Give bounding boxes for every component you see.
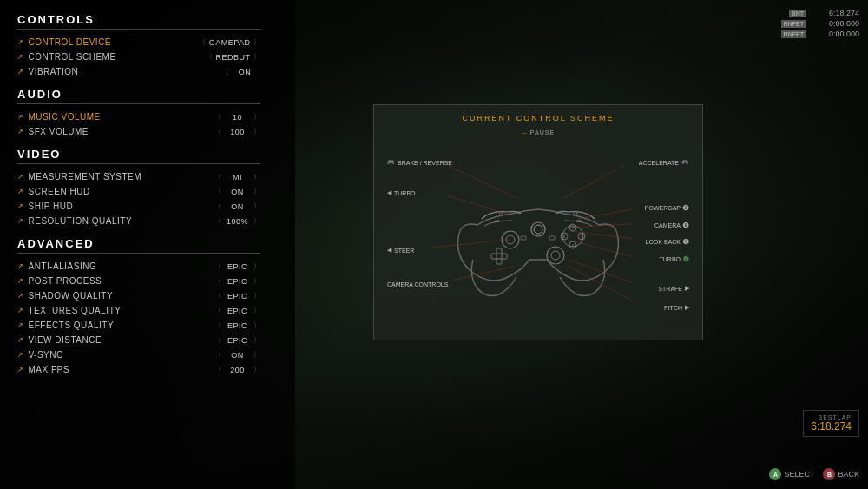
svg-text:LB: LB (496, 219, 500, 223)
accelerate-icon: 🎮 (681, 159, 689, 166)
setting-music-volume[interactable]: ↗ MUSIC VOLUME 〈 10 〉 (17, 109, 260, 124)
setting-label-ship-hud: SHIP HUD (29, 202, 74, 211)
setting-name-resolution: ↗ RESOLUTION QUALITY (17, 216, 214, 226)
bestlap-value: 6:18.274 (811, 420, 852, 433)
chevron-left-measurement: 〈 (214, 172, 222, 182)
chevron-left-screen-hud: 〈 (214, 187, 222, 196)
stat-row-bnt: BNT 6:18.274 (781, 9, 859, 17)
svg-text:RB: RB (576, 219, 582, 223)
strafe-icon: ▶ (685, 285, 689, 292)
label-look-back: LOOK BACK 🅧 (646, 239, 689, 245)
val-measurement: MI (225, 173, 251, 182)
controller-title: CURRENT CONTROL SCHEME (383, 114, 694, 122)
stat-row-rnfbt2: RNFBT 0:00.000 (781, 30, 859, 38)
chevron-right-screen-hud: 〉 (253, 187, 261, 196)
setting-sfx-volume[interactable]: ↗ SFX VOLUME 〈 100 〉 (17, 124, 260, 139)
label-steer: ◀ STEER (387, 247, 414, 254)
label-strafe: STRAFE ▶ (658, 285, 689, 292)
setting-post-process[interactable]: ↗ POST PROCESS 〈 Epic 〉 (17, 274, 260, 288)
setting-value-row-resolution: 〈 100% 〉 (214, 216, 260, 226)
setting-name-ship-hud: ↗ SHIP HUD (17, 202, 214, 211)
back-label: BACK (838, 470, 859, 479)
stat-value-rnfbt: 0:00.000 (812, 19, 859, 28)
val-ship-hud: ON (225, 202, 251, 211)
svg-text:LT: LT (499, 212, 503, 216)
setting-name-sfx-volume: ↗ SFX VOLUME (17, 127, 214, 136)
chevron-right-sfx-volume: 〉 (253, 127, 261, 136)
chevron-left-ship-hud: 〈 (214, 202, 222, 211)
label-turbo-l: ◀ TURBO (387, 189, 416, 196)
chevron-right-control-scheme: 〉 (253, 52, 261, 62)
stat-value-bnt: 6:18.274 (812, 9, 859, 17)
svg-point-5 (551, 251, 560, 260)
turbo-l-icon: ◀ (387, 189, 391, 196)
setting-ship-hud[interactable]: ↗ SHIP HUD 〈 ON 〉 (17, 199, 260, 214)
setting-value-row-measurement: 〈 MI 〉 (214, 172, 260, 182)
val-sfx-volume: 100 (225, 128, 251, 136)
setting-label-screen-hud: SCREEN HUD (29, 187, 90, 196)
setting-shadow-quality[interactable]: ↗ SHADOW QUALITY 〈 Epic 〉 (17, 288, 260, 303)
svg-point-3 (506, 235, 515, 244)
section-audio: AUDIO ↗ MUSIC VOLUME 〈 10 〉 ↗ SFX VOLUME… (17, 88, 260, 139)
stat-row-rnfbt: RNFBT 0:00.000 (781, 19, 859, 28)
setting-vibration[interactable]: ↗ VIBRATION 〈 ON (17, 64, 260, 79)
setting-value-row-control-scheme: 〈 REDBUT 〉 (206, 52, 260, 62)
setting-name-screen-hud: ↗ SCREEN HUD (17, 187, 214, 196)
chevron-left-sfx-volume: 〈 (214, 127, 222, 136)
setting-effects-quality[interactable]: ↗ EFFECTS QUALITY 〈 Epic 〉 (17, 318, 260, 333)
label-pitch: PITCH ▶ (664, 304, 689, 311)
setting-resolution[interactable]: ↗ RESOLUTION QUALITY 〈 100% 〉 (17, 214, 260, 228)
settings-panel: CONTROLS ↗ CONTROL DEVICE 〈 GAMEPAD 〉 ↗ … (0, 0, 278, 489)
chevron-right-control-device: 〉 (253, 37, 261, 47)
val-control-scheme: REDBUT (215, 53, 250, 62)
label-turbo-r: TURBO 🅐 (660, 256, 690, 262)
chevron-right-resolution: 〉 (253, 216, 261, 226)
setting-label-anti-aliasing: ANTI-ALIASING (29, 261, 97, 271)
setting-label-control-scheme: CONTROL SCHEME (29, 52, 116, 62)
arrow-screen-hud: ↗ (17, 188, 24, 195)
turbo-r-icon: 🅐 (683, 256, 689, 262)
svg-point-16 (534, 225, 542, 234)
svg-rect-18 (521, 236, 526, 240)
setting-screen-hud[interactable]: ↗ SCREEN HUD 〈 ON 〉 (17, 184, 260, 199)
legend-select: A SELECT (769, 468, 814, 480)
svg-rect-17 (549, 236, 555, 240)
label-camera-r: CAMERA 🅑 (654, 222, 689, 228)
controller-panel: CURRENT CONTROL SCHEME — PAUSE (373, 104, 703, 340)
setting-label-resolution: RESOLUTION QUALITY (29, 216, 133, 226)
arrow-vibration: ↗ (17, 68, 24, 76)
chevron-right-music-volume: 〉 (253, 112, 261, 122)
top-right-stats: BNT 6:18.274 RNFBT 0:00.000 RNFBT 0:00.0… (781, 9, 859, 40)
section-title-advanced: ADVANCED (17, 237, 260, 254)
section-controls: CONTROLS ↗ CONTROL DEVICE 〈 GAMEPAD 〉 ↗ … (17, 13, 260, 79)
steer-icon: ◀ (387, 247, 391, 254)
setting-control-device[interactable]: ↗ CONTROL DEVICE 〈 GAMEPAD 〉 (17, 35, 260, 50)
val-vibration: ON (232, 68, 258, 76)
setting-value-row-control-device: 〈 GAMEPAD 〉 (199, 37, 260, 47)
pause-label: — PAUSE (383, 129, 694, 135)
setting-measurement[interactable]: ↗ MEASUREMENT SYSTEM 〈 MI 〉 (17, 169, 260, 184)
val-music-volume: 10 (225, 113, 251, 122)
label-accelerate: ACCELERATE 🎮 (639, 159, 689, 166)
arrow-resolution: ↗ (17, 217, 24, 225)
bottom-legend: A SELECT B BACK (769, 468, 859, 480)
setting-max-fps[interactable]: ↗ MAX FPS 〈 200 〉 (17, 362, 260, 377)
arrow-control-device: ↗ (17, 38, 24, 46)
setting-view-distance[interactable]: ↗ VIEW DISTANCE 〈 Epic 〉 (17, 333, 260, 347)
camera-icon: 🅑 (683, 222, 689, 228)
setting-control-scheme[interactable]: ↗ CONTROL SCHEME 〈 REDBUT 〉 (17, 50, 260, 64)
section-title-video: VIDEO (17, 148, 260, 164)
setting-vsync[interactable]: ↗ V-SYNC 〈 ON 〉 (17, 347, 260, 362)
label-camera-controls: CAMERA CONTROLS (387, 281, 448, 287)
select-label: SELECT (784, 470, 814, 479)
brake-icon: 🎮 (387, 159, 395, 166)
setting-value-row-screen-hud: 〈 ON 〉 (214, 187, 260, 196)
setting-name-vibration: ↗ VIBRATION (17, 67, 222, 76)
setting-name-control-scheme: ↗ CONTROL SCHEME (17, 52, 206, 62)
setting-anti-aliasing[interactable]: ↗ ANTI-ALIASING 〈 Epic 〉 (17, 259, 260, 274)
setting-textures-quality[interactable]: ↗ TEXTURES QUALITY 〈 Epic 〉 (17, 303, 260, 318)
section-advanced: ADVANCED ↗ ANTI-ALIASING 〈 Epic 〉 ↗ POST… (17, 237, 260, 377)
arrow-music-volume: ↗ (17, 113, 24, 121)
chevron-right-measurement: 〉 (253, 172, 261, 182)
val-control-device: GAMEPAD (209, 38, 251, 47)
